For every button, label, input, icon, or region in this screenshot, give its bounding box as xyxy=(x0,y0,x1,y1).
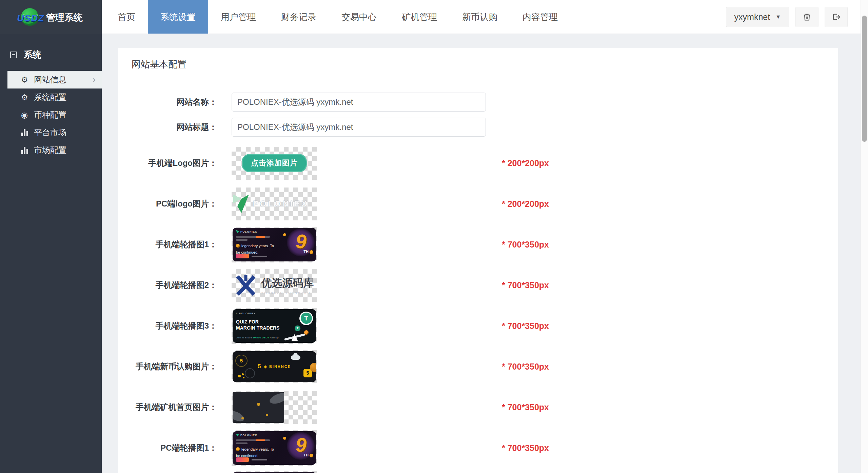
phone-logo-upload[interactable]: 点击添加图片 xyxy=(232,147,317,180)
size-hint: * 700*350px xyxy=(502,280,825,290)
sidebar: 系统 ⚙ 网站信息 › ⚙ 系统配置 ◉ 币种配置 平台市场 市场配置 xyxy=(0,34,102,473)
nav-tab-finance-records[interactable]: 财务记录 xyxy=(269,0,329,34)
field-label: 手机端轮播图2： xyxy=(132,280,217,291)
pc-logo-upload[interactable]: POLONIEX xyxy=(232,188,317,220)
binance-wordmark: ◆ BINANCE xyxy=(264,364,291,369)
poloniex-logo-icon xyxy=(236,230,239,233)
site-title-input[interactable] xyxy=(232,118,486,137)
pc-banner1-upload[interactable]: POLONIEX 9 TH legendary years. To be con… xyxy=(232,430,317,466)
user-menu-button[interactable]: yxymknet ▼ xyxy=(726,7,789,27)
cloud-icon xyxy=(291,355,300,360)
sidebar-item-label: 市场配置 xyxy=(34,145,66,156)
site-config-card: 网站基本配置 网站名称： 网站标题： 手机端Logo图片： 点击添加图片 * 2… xyxy=(118,48,838,473)
sidebar-item-coin-config[interactable]: ◉ 币种配置 xyxy=(0,106,102,124)
banner-brand: POLONIEX xyxy=(240,434,257,437)
miner-image-upload[interactable] xyxy=(232,391,317,424)
sidebar-group-system[interactable]: 系统 xyxy=(0,49,102,61)
size-hint: * 700*350px xyxy=(502,402,825,412)
field-label: 网站标题： xyxy=(132,122,217,133)
size-hint: * 200*200px xyxy=(502,158,825,168)
divider xyxy=(132,79,825,79)
phone-banner3-upload[interactable]: # POLONIEX QUIZ FOR MARGIN TRADERS Join … xyxy=(232,308,317,344)
logo-text: USDZ xyxy=(17,13,44,24)
banner-subtext: Join to Share 10,000 USDT Airdrop xyxy=(236,336,278,339)
form-row-phone-logo: 手机端Logo图片： 点击添加图片 * 200*200px xyxy=(132,143,825,183)
add-image-button[interactable]: 点击添加图片 xyxy=(242,154,307,172)
nav-tab-user-management[interactable]: 用户管理 xyxy=(208,0,269,34)
poloniex-wordmark: POLONIEX xyxy=(253,199,309,209)
form-row-phone-banner-1: 手机端轮播图1： POLONIEX 9 TH legendary years. … xyxy=(132,224,825,265)
form-row-phone-banner-3: 手机端轮播图3： # POLONIEX QUIZ FOR MARGIN TRAD… xyxy=(132,306,825,346)
banner-cta-button xyxy=(236,254,249,258)
new-coin-image-upload[interactable]: 5 5 ◆ BINANCE 5 xyxy=(232,350,317,383)
field-label: 手机端轮播图3： xyxy=(132,320,217,331)
banner-text: be continued. xyxy=(236,454,258,458)
field-label: 手机端轮播图1： xyxy=(132,239,217,250)
logout-button[interactable] xyxy=(825,7,848,27)
caret-down-icon: ▼ xyxy=(775,14,781,20)
banner-brand: POLONIEX xyxy=(240,230,257,233)
size-hint: * 700*350px xyxy=(502,321,825,331)
banner-quiz-thumbnail: # POLONIEX QUIZ FOR MARGIN TRADERS Join … xyxy=(233,309,316,343)
yx-logo-thumbnail: 优选源码库 YOUXUAN YUANMAKU xyxy=(235,273,314,297)
nav-tab-new-coin[interactable]: 新币认购 xyxy=(450,0,510,34)
trash-button[interactable] xyxy=(795,7,818,27)
sidebar-item-label: 网站信息 xyxy=(34,74,66,85)
th-badge: TH xyxy=(303,453,309,457)
field-label: 网站名称： xyxy=(132,97,217,107)
form-row-phone-banner-2: 手机端轮播图2： 优选源码库 YOUXUAN YUANMAKU xyxy=(132,265,825,306)
gold-coin-icon xyxy=(236,244,240,248)
yx-wordmark: 优选源码库 xyxy=(261,276,314,290)
sidebar-item-system-config[interactable]: ⚙ 系统配置 xyxy=(0,88,102,106)
field-label: PC端轮播图1： xyxy=(132,442,217,453)
sidebar-item-site-info[interactable]: ⚙ 网站信息 › xyxy=(7,71,102,88)
sidebar-item-platform-market[interactable]: 平台市场 xyxy=(0,124,102,141)
trash-icon xyxy=(802,12,812,22)
field-label: 手机端新币认购图片： xyxy=(132,361,217,372)
nav-tab-content-management[interactable]: 内容管理 xyxy=(510,0,570,34)
banner-title: QUIZ FOR MARGIN TRADERS xyxy=(236,319,279,331)
big-nine-text: 9 xyxy=(296,230,307,253)
site-name-input[interactable] xyxy=(232,93,486,112)
banner-9years-thumbnail: POLONIEX 9 TH legendary years. To be con… xyxy=(233,431,316,465)
miner-thumbnail xyxy=(233,392,284,423)
banner-9years-thumbnail: POLONIEX 9 xyxy=(233,472,316,473)
field-label: 手机端矿机首页图片： xyxy=(132,402,217,413)
phone-banner1-upload[interactable]: POLONIEX 9 TH legendary years. To be con… xyxy=(232,227,317,262)
sidebar-items: ⚙ 网站信息 › ⚙ 系统配置 ◉ 币种配置 平台市场 市场配置 xyxy=(0,71,102,159)
badge-5-icon: 5 xyxy=(235,355,248,367)
coin-dot-icon xyxy=(304,330,309,335)
form-row-miner-home-image: 手机端矿机首页图片： * 700*350px xyxy=(132,387,825,428)
yx-mark-icon xyxy=(235,273,257,297)
gear-icon: ⚙ xyxy=(21,75,34,84)
top-navbar: USDZ 管理系统 首页 系统设置 用户管理 财务记录 交易中心 矿机管理 新币… xyxy=(0,0,868,34)
app-brand: USDZ 管理系统 xyxy=(0,0,102,34)
th-badge: TH xyxy=(303,250,309,254)
scrollbar-thumb[interactable] xyxy=(862,16,867,142)
sidebar-group-label: 系统 xyxy=(24,49,41,61)
yx-subtext: YOUXUAN YUANMAKU xyxy=(261,291,314,295)
coin-target-icon: ◉ xyxy=(21,111,34,120)
phone-banner2-upload[interactable]: 优选源码库 YOUXUAN YUANMAKU xyxy=(232,269,317,302)
binance-number: 5 xyxy=(258,363,261,370)
banner-text: legendary years. To xyxy=(241,447,274,451)
sidebar-item-label: 币种配置 xyxy=(34,110,66,120)
main-content: 网站基本配置 网站名称： 网站标题： 手机端Logo图片： 点击添加图片 * 2… xyxy=(102,34,861,473)
pc-banner2-upload[interactable]: POLONIEX 9 xyxy=(232,471,317,473)
size-hint: * 200*200px xyxy=(502,199,825,209)
bar-chart-icon xyxy=(21,147,34,154)
nav-tab-miner-management[interactable]: 矿机管理 xyxy=(389,0,450,34)
size-hint: * 700*350px xyxy=(502,240,825,250)
collapse-minus-icon xyxy=(10,52,17,58)
form-row-pc-logo: PC端logo图片： POLONIEX * 200*200px xyxy=(132,183,825,224)
nav-tab-trade-center[interactable]: 交易中心 xyxy=(329,0,389,34)
nav-tab-system-settings[interactable]: 系统设置 xyxy=(148,0,208,34)
gear-icon: ⚙ xyxy=(21,93,34,102)
banner-9years-thumbnail: POLONIEX 9 TH legendary years. To be con… xyxy=(233,228,316,261)
nav-tab-home[interactable]: 首页 xyxy=(105,0,148,34)
sidebar-item-market-config[interactable]: 市场配置 xyxy=(0,141,102,159)
page-scrollbar[interactable] xyxy=(861,0,868,473)
field-label: 手机端Logo图片： xyxy=(132,158,217,169)
poloniex-logo-icon xyxy=(231,193,250,214)
form-row-site-name: 网站名称： xyxy=(132,93,825,112)
